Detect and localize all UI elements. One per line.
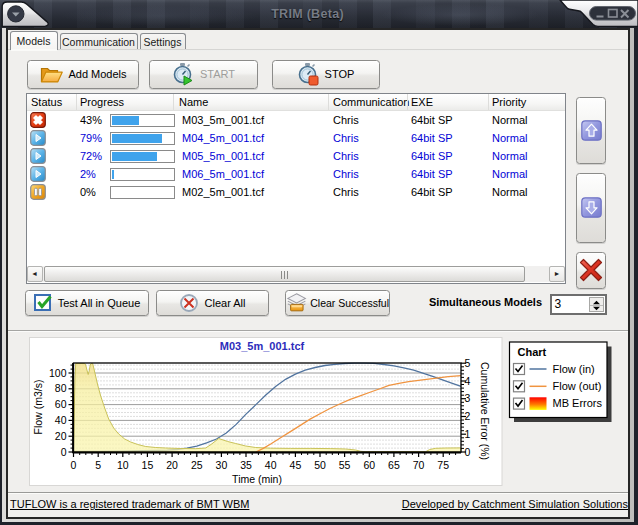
svg-text:3: 3 xyxy=(465,392,471,404)
svg-text:MB Errors: MB Errors xyxy=(553,397,603,409)
svg-text:5: 5 xyxy=(95,459,101,471)
svg-text:80: 80 xyxy=(55,382,67,394)
svg-text:Time (min): Time (min) xyxy=(232,473,282,485)
svg-text:65: 65 xyxy=(388,459,400,471)
svg-text:45: 45 xyxy=(290,459,302,471)
svg-text:40: 40 xyxy=(265,459,277,471)
svg-text:Flow (out): Flow (out) xyxy=(553,380,602,392)
svg-text:Flow (in): Flow (in) xyxy=(553,363,595,375)
svg-text:20: 20 xyxy=(166,459,178,471)
svg-text:70: 70 xyxy=(413,459,425,471)
svg-text:75: 75 xyxy=(437,459,449,471)
svg-text:50: 50 xyxy=(314,459,326,471)
svg-text:60: 60 xyxy=(363,459,375,471)
svg-text:Flow (m3/s): Flow (m3/s) xyxy=(32,380,44,435)
svg-text:Cumulative Error (%): Cumulative Error (%) xyxy=(479,362,491,460)
svg-text:0: 0 xyxy=(71,459,77,471)
svg-text:10: 10 xyxy=(117,459,129,471)
svg-text:20: 20 xyxy=(55,430,67,442)
svg-text:60: 60 xyxy=(55,398,67,410)
svg-text:30: 30 xyxy=(216,459,228,471)
svg-text:100: 100 xyxy=(49,367,67,379)
svg-text:Chart: Chart xyxy=(518,346,547,358)
svg-text:4: 4 xyxy=(465,375,471,387)
svg-text:1: 1 xyxy=(465,428,471,440)
svg-text:0: 0 xyxy=(61,446,67,458)
svg-text:0: 0 xyxy=(465,446,471,458)
svg-text:15: 15 xyxy=(142,459,154,471)
svg-text:5: 5 xyxy=(465,357,471,369)
svg-text:2: 2 xyxy=(465,410,471,422)
svg-text:55: 55 xyxy=(339,459,351,471)
svg-text:M03_5m_001.tcf: M03_5m_001.tcf xyxy=(220,340,305,352)
svg-text:40: 40 xyxy=(55,414,67,426)
svg-text:35: 35 xyxy=(240,459,252,471)
svg-text:25: 25 xyxy=(191,459,203,471)
